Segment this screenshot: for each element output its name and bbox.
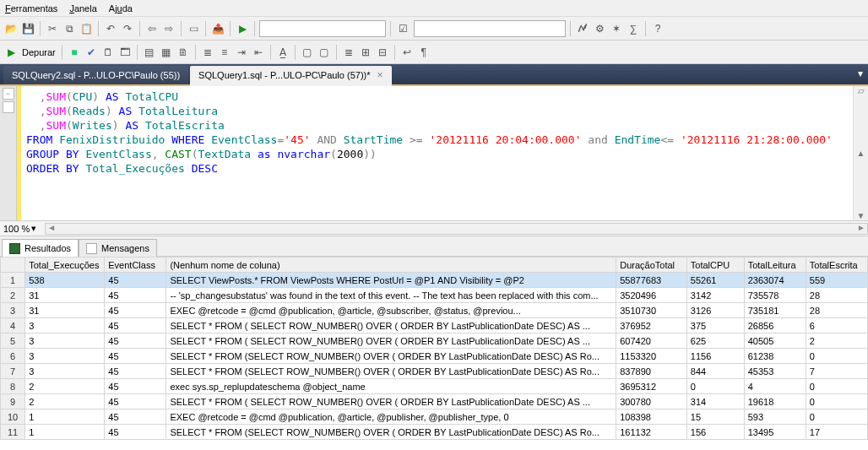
- zoom-selector[interactable]: 100 %▾: [3, 223, 36, 234]
- cell-exec[interactable]: 1: [25, 409, 105, 425]
- tab-sqlquery1[interactable]: SQLQuery1.sql - P...ULO-PC\Paulo (57))*×: [190, 66, 391, 86]
- cell-duracao[interactable]: 1153320: [616, 349, 687, 364]
- col-totalescrita[interactable]: TotalEscrita: [806, 258, 867, 273]
- cell-query[interactable]: SELECT * FROM (SELECT ROW_NUMBER() OVER …: [166, 425, 616, 440]
- cell-exec[interactable]: 31: [25, 288, 105, 303]
- cell-escrita[interactable]: 0: [806, 409, 867, 425]
- cell-escrita[interactable]: 7: [806, 364, 867, 379]
- cell-leitura[interactable]: 40505: [744, 333, 806, 349]
- cell-eventclass[interactable]: 45: [105, 394, 166, 409]
- stop-icon[interactable]: ■: [67, 45, 82, 60]
- sql-stats-icon[interactable]: ∑: [626, 21, 641, 36]
- cell-query[interactable]: SELECT * FROM ( SELECT ROW_NUMBER() OVER…: [166, 333, 616, 349]
- cell-escrita[interactable]: 2: [806, 333, 867, 349]
- cell-leitura[interactable]: 2363074: [744, 273, 806, 288]
- cell-duracao[interactable]: 55877683: [616, 273, 687, 288]
- cell-query[interactable]: EXEC @retcode = @cmd @publication, @arti…: [166, 409, 616, 425]
- cell-leitura[interactable]: 13495: [744, 425, 806, 440]
- table-row[interactable]: 4345SELECT * FROM ( SELECT ROW_NUMBER() …: [1, 318, 868, 333]
- cell-duracao[interactable]: 300780: [616, 394, 687, 409]
- comment-icon[interactable]: ≣: [200, 45, 215, 60]
- cell-cpu[interactable]: 55261: [686, 273, 744, 288]
- cell-eventclass[interactable]: 45: [105, 409, 166, 425]
- cell-cpu[interactable]: 3142: [686, 288, 744, 303]
- cell-query[interactable]: EXEC @retcode = @cmd @publication, @arti…: [166, 303, 616, 318]
- sql-index-icon[interactable]: ✶: [609, 21, 624, 36]
- col-totalleitura[interactable]: TotalLeitura: [744, 258, 806, 273]
- results-file-icon[interactable]: 🗎: [176, 45, 191, 60]
- cell-cpu[interactable]: 3126: [686, 303, 744, 318]
- results-grid-icon[interactable]: ▦: [159, 45, 174, 60]
- table-row[interactable]: 33145EXEC @retcode = @cmd @publication, …: [1, 303, 868, 318]
- cell-exec[interactable]: 3: [25, 349, 105, 364]
- table-row[interactable]: 9245SELECT * FROM ( SELECT ROW_NUMBER() …: [1, 394, 868, 409]
- cell-duracao[interactable]: 607420: [616, 333, 687, 349]
- col-eventclass[interactable]: EventClass: [105, 258, 166, 273]
- tab-sqlquery2[interactable]: SQLQuery2.sql - P...ULO-PC\Paulo (55)): [3, 66, 188, 84]
- toggle-a-icon[interactable]: ☑: [395, 21, 410, 36]
- cell-duracao[interactable]: 3510730: [616, 303, 687, 318]
- actual-plan-icon[interactable]: 🗔: [117, 45, 133, 60]
- cell-duracao[interactable]: 108398: [616, 409, 687, 425]
- table-row[interactable]: 23145-- 'sp_changesubstatus' was found i…: [1, 288, 868, 303]
- results-text-icon[interactable]: ▤: [142, 45, 157, 60]
- cell-eventclass[interactable]: 45: [105, 364, 166, 379]
- execute-icon[interactable]: ▶: [235, 21, 250, 36]
- estimated-plan-icon[interactable]: 🗒: [100, 45, 116, 60]
- open-file-icon[interactable]: 📂: [3, 21, 19, 36]
- outline-collapse-icon[interactable]: ⊟: [375, 45, 390, 60]
- cell-escrita[interactable]: 0: [806, 394, 867, 409]
- cell-eventclass[interactable]: 45: [105, 273, 166, 288]
- nav-back-icon[interactable]: ⇦: [144, 21, 160, 36]
- uncomment-icon[interactable]: ≡: [217, 45, 232, 60]
- display-ws-icon[interactable]: ¶: [416, 45, 431, 60]
- cell-leitura[interactable]: 19618: [744, 394, 806, 409]
- tab-resultados[interactable]: Resultados: [2, 239, 79, 257]
- cell-eventclass[interactable]: 45: [105, 318, 166, 333]
- cell-query[interactable]: SELECT * FROM ( SELECT ROW_NUMBER() OVER…: [166, 394, 616, 409]
- cell-duracao[interactable]: 376952: [616, 318, 687, 333]
- cell-query[interactable]: SELECT * FROM ( SELECT ROW_NUMBER() OVER…: [166, 318, 616, 333]
- export-icon[interactable]: 📤: [210, 21, 225, 36]
- cell-cpu[interactable]: 314: [686, 394, 744, 409]
- cell-eventclass[interactable]: 45: [105, 425, 166, 440]
- cell-leitura[interactable]: 735578: [744, 288, 806, 303]
- cell-exec[interactable]: 2: [25, 379, 105, 394]
- table-row[interactable]: 8245exec sys.sp_replupdateschema @object…: [1, 379, 868, 394]
- outline-collapse-marker-icon[interactable]: −: [3, 88, 14, 100]
- cell-escrita[interactable]: 28: [806, 303, 867, 318]
- cell-escrita[interactable]: 0: [806, 349, 867, 364]
- cell-query[interactable]: SELECT * FROM (SELECT ROW_NUMBER() OVER …: [166, 364, 616, 379]
- outline-toggle-icon[interactable]: ≣: [341, 45, 356, 60]
- cell-query[interactable]: SELECT ViewPosts.* FROM ViewPosts WHERE …: [166, 273, 616, 288]
- editor-vertical-scrollbar[interactable]: ▱▲▼: [853, 86, 868, 220]
- cell-escrita[interactable]: 6: [806, 318, 867, 333]
- find-combo[interactable]: [259, 20, 386, 37]
- cell-exec[interactable]: 3: [25, 364, 105, 379]
- sql-options-icon[interactable]: ⚙: [592, 21, 607, 36]
- cell-duracao[interactable]: 3695312: [616, 379, 687, 394]
- cell-leitura[interactable]: 61238: [744, 349, 806, 364]
- cell-exec[interactable]: 538: [25, 273, 105, 288]
- cell-query[interactable]: SELECT * FROM (SELECT ROW_NUMBER() OVER …: [166, 349, 616, 364]
- cell-exec[interactable]: 2: [25, 394, 105, 409]
- cell-cpu[interactable]: 156: [686, 425, 744, 440]
- cell-duracao[interactable]: 161132: [616, 425, 687, 440]
- col-totalcpu[interactable]: TotalCPU: [686, 258, 744, 273]
- paste-icon[interactable]: 📋: [79, 21, 94, 36]
- table-row[interactable]: 153845SELECT ViewPosts.* FROM ViewPosts …: [1, 273, 868, 288]
- close-tab-icon[interactable]: ×: [377, 69, 383, 81]
- outdent-icon[interactable]: ⇤: [251, 45, 266, 60]
- cell-leitura[interactable]: 45353: [744, 364, 806, 379]
- table-row[interactable]: 5345SELECT * FROM ( SELECT ROW_NUMBER() …: [1, 333, 868, 349]
- cell-cpu[interactable]: 1156: [686, 349, 744, 364]
- cell-eventclass[interactable]: 45: [105, 288, 166, 303]
- cell-leitura[interactable]: 593: [744, 409, 806, 425]
- cell-eventclass[interactable]: 45: [105, 303, 166, 318]
- cell-exec[interactable]: 3: [25, 318, 105, 333]
- cell-duracao[interactable]: 837890: [616, 364, 687, 379]
- cell-eventclass[interactable]: 45: [105, 333, 166, 349]
- col-query[interactable]: (Nenhum nome de coluna): [166, 258, 616, 273]
- col-duracaototal[interactable]: DuraçãoTotal: [616, 258, 687, 273]
- database-combo[interactable]: [414, 20, 566, 37]
